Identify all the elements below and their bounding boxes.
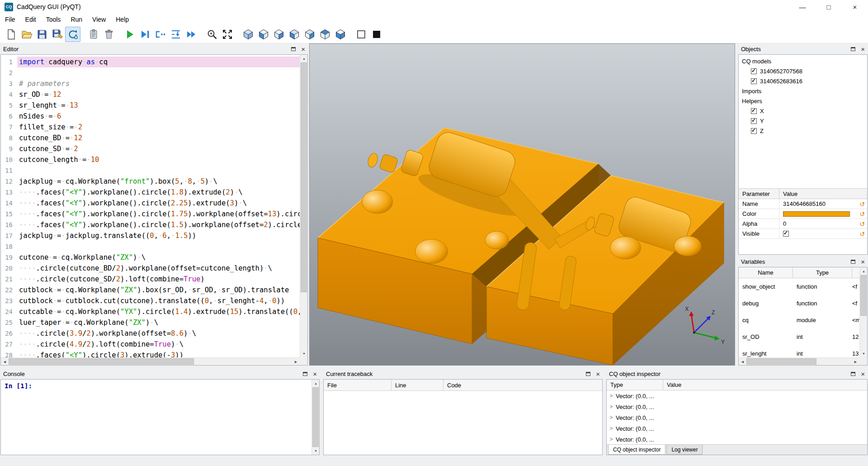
checkbox[interactable] <box>751 68 757 74</box>
chevron-right-icon[interactable]: > <box>607 414 616 421</box>
code-line-19[interactable]: 19cutcone·=·cq.Workplane("ZX")·\ <box>1 252 300 263</box>
new-file-button[interactable] <box>4 27 19 42</box>
code-line-23[interactable]: 23cutblock·=·cutblock.cut(cutcone).trans… <box>1 295 300 306</box>
view-back-button[interactable] <box>271 27 287 42</box>
visible-checkbox[interactable] <box>783 231 789 237</box>
traceback-header-line[interactable]: Line <box>392 380 443 390</box>
shaded-button[interactable] <box>369 27 384 42</box>
traceback-header-code[interactable]: Code <box>443 380 602 390</box>
code-line-24[interactable]: 24cutcable·=·cq.Workplane("YX").circle(1… <box>1 306 300 317</box>
paste-button[interactable] <box>86 27 101 42</box>
float-icon[interactable] <box>851 47 855 51</box>
code-line-21[interactable]: 21····.circle(cutcone_SD/2).loft(combine… <box>1 274 300 285</box>
variable-row-sr_lenght[interactable]: sr_lenghtint13 <box>739 345 859 357</box>
checkbox[interactable] <box>751 128 757 134</box>
code-line-12[interactable]: 12jackplug·=·cq.Workplane("front").box(5… <box>1 176 300 187</box>
tab-cq-object-inspector[interactable]: CQ object inspector <box>608 445 665 455</box>
inspector-row-1[interactable]: >Vector: (0.0, ... <box>607 390 867 401</box>
scrollbar-thumb[interactable] <box>312 387 319 447</box>
step-into-button[interactable] <box>168 27 184 42</box>
chevron-right-icon[interactable]: > <box>607 425 616 432</box>
menu-edit[interactable]: Edit <box>20 14 41 25</box>
code-line-9[interactable]: 9cutcone_SD·=·2 <box>1 143 300 154</box>
code-line-3[interactable]: 3# parameters <box>1 78 300 89</box>
menu-run[interactable]: Run <box>66 14 87 25</box>
scrollbar-thumb[interactable] <box>746 358 816 365</box>
reset-icon[interactable]: ↺ <box>859 230 866 238</box>
prop-value[interactable] <box>779 211 857 217</box>
code-line-5[interactable]: 5sr_lenght·=·13 <box>1 100 300 111</box>
reset-icon[interactable]: ↺ <box>859 210 866 218</box>
continue-button[interactable] <box>184 27 199 42</box>
view-front-button[interactable] <box>256 27 271 42</box>
close-icon[interactable]: × <box>301 46 305 52</box>
code-line-28[interactable]: 28····.faces("<Y").circle(3).extrude(-3)… <box>1 350 300 357</box>
reset-icon[interactable]: ↺ <box>859 200 866 208</box>
viewport-3d[interactable]: X Z Y <box>309 43 735 366</box>
inspector-header-value[interactable]: Value <box>663 380 867 390</box>
tree-item-z[interactable]: Z <box>739 126 867 136</box>
inspector-header-type[interactable]: Type <box>607 380 663 390</box>
code-line-26[interactable]: 26····.circle(3.9/2).workplane(offset=8.… <box>1 328 300 339</box>
open-button[interactable] <box>19 27 34 42</box>
code-line-1[interactable]: 1import·cadquery·as·cq <box>1 57 300 67</box>
checkbox[interactable] <box>751 108 757 114</box>
tab-log-viewer[interactable]: Log viewer <box>666 445 703 455</box>
view-bottom-button[interactable] <box>333 27 348 42</box>
save-button[interactable] <box>34 27 50 42</box>
code-line-16[interactable]: 16····.faces("<Y").workplane().circle(1.… <box>1 219 300 230</box>
viewport-canvas[interactable]: X Z Y <box>310 44 735 365</box>
search-button[interactable] <box>204 27 220 42</box>
scroll-left-icon[interactable]: ◀ <box>739 358 746 366</box>
close-icon[interactable]: × <box>861 371 865 377</box>
maximize-button[interactable]: □ <box>816 0 842 14</box>
float-icon[interactable] <box>303 372 307 376</box>
code-lines[interactable]: 1import·cadquery·as·cq23# parameters4sr_… <box>1 55 300 357</box>
tree-item-helpers[interactable]: Helpers <box>739 96 867 106</box>
editor-vertical-scrollbar[interactable]: ▲ ▼ <box>300 55 307 357</box>
code-line-14[interactable]: 14····.faces("<Y").workplane().circle(2.… <box>1 198 300 209</box>
scroll-right-icon[interactable]: ▶ <box>292 358 300 366</box>
float-icon[interactable] <box>586 372 590 376</box>
code-line-13[interactable]: 13····.faces("<Y").workplane().circle(1.… <box>1 187 300 198</box>
code-line-22[interactable]: 22cutblock·=·cq.Workplane("ZX").box(sr_O… <box>1 285 300 295</box>
tree-item-x[interactable]: X <box>739 106 867 116</box>
scroll-down-icon[interactable]: ▼ <box>860 350 868 357</box>
variable-row-show_object[interactable]: show_objectfunction<f <box>739 278 859 295</box>
delete-button[interactable] <box>101 27 117 42</box>
code-line-27[interactable]: 27····.circle(4.9/2).loft(combine=True)·… <box>1 339 300 350</box>
variable-row-sr_OD[interactable]: sr_ODint12 <box>739 328 859 345</box>
code-line-18[interactable]: 18 <box>1 241 300 252</box>
editor-horizontal-scrollbar[interactable]: ◀ ▶ <box>1 357 300 365</box>
scroll-up-icon[interactable]: ▲ <box>300 55 308 62</box>
console-prompt[interactable]: In [1]: <box>1 380 311 455</box>
prop-value[interactable] <box>779 231 857 237</box>
code-line-8[interactable]: 8cutcone_BD·=·12 <box>1 133 300 143</box>
chevron-right-icon[interactable]: > <box>607 436 616 442</box>
scroll-down-icon[interactable]: ▼ <box>312 447 320 455</box>
inspector-row-2[interactable]: >Vector: (0.0, ... <box>607 401 867 412</box>
reset-icon[interactable]: ↺ <box>859 220 866 228</box>
tree-item-3140652683616[interactable]: 3140652683616 <box>739 76 867 86</box>
scroll-down-icon[interactable]: ▼ <box>300 350 308 357</box>
variables-horizontal-scrollbar[interactable]: ◀ ▶ <box>739 357 859 365</box>
autoreload-button[interactable] <box>65 27 80 42</box>
code-line-25[interactable]: 25luer_taper·=·cq.Workplane("ZX")·\ <box>1 317 300 328</box>
close-icon[interactable]: × <box>596 371 600 377</box>
prop-value[interactable]: 3140646685160 <box>779 200 857 207</box>
prop-value[interactable]: 0 <box>779 220 857 227</box>
debug-button[interactable] <box>137 27 153 42</box>
variable-row-debug[interactable]: debugfunction<f <box>739 295 859 312</box>
run-button[interactable] <box>122 27 137 42</box>
checkbox[interactable] <box>751 78 757 84</box>
close-button[interactable]: × <box>842 0 868 14</box>
float-icon[interactable] <box>291 47 296 51</box>
console-vertical-scrollbar[interactable]: ▲ ▼ <box>311 380 319 455</box>
scrollbar-thumb[interactable] <box>301 62 307 292</box>
fit-button[interactable] <box>220 27 235 42</box>
float-icon[interactable] <box>851 372 855 376</box>
color-swatch[interactable] <box>783 211 850 217</box>
inspector-row-4[interactable]: >Vector: (0.0, ... <box>607 423 867 434</box>
tree-item-y[interactable]: Y <box>739 116 867 126</box>
variables-header-type[interactable]: Type <box>793 267 852 278</box>
